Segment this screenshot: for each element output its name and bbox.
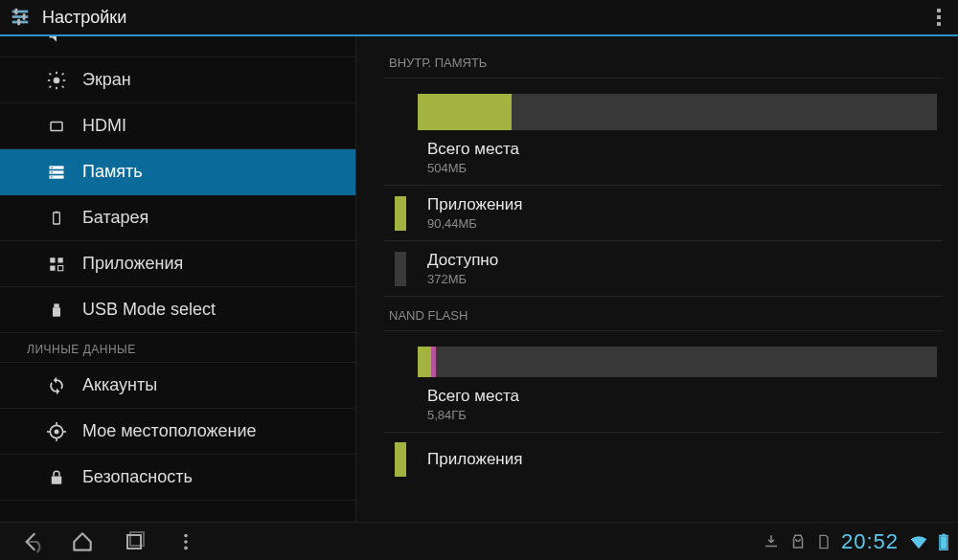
menu-dots-icon[interactable] <box>172 528 199 555</box>
row-value: 372МБ <box>427 272 498 286</box>
sidebar-item-label: Память <box>82 162 143 182</box>
row-label: Всего места <box>427 140 519 159</box>
storage-row-apps[interactable]: Приложения 90,44МБ <box>383 186 943 241</box>
nand-bar-seg-1 <box>431 347 436 377</box>
svg-line-14 <box>62 73 64 75</box>
row-value: 5,84ГБ <box>427 408 519 422</box>
swatch-none <box>395 141 406 175</box>
section-header-internal: ВНУТР. ПАМЯТЬ <box>383 44 943 78</box>
svg-rect-29 <box>53 307 60 316</box>
sidebar-item-label: Безопасность <box>82 467 193 487</box>
swatch-none <box>395 388 406 422</box>
sync-icon <box>46 375 67 396</box>
sidebar-item-usb[interactable]: USB Mode select <box>0 287 355 333</box>
download-complete-icon <box>763 533 780 550</box>
back-icon[interactable] <box>17 528 44 555</box>
hdmi-icon <box>46 116 67 137</box>
sidebar-item-security[interactable]: Безопасность <box>0 455 355 501</box>
sound-icon <box>46 36 67 46</box>
sidebar-item-location[interactable]: Мое местоположение <box>0 409 355 455</box>
home-icon[interactable] <box>69 528 96 555</box>
sidebar-item-storage[interactable]: Память <box>0 149 355 195</box>
brightness-icon <box>46 70 67 91</box>
sidebar-item-label: Батарея <box>82 208 148 228</box>
svg-rect-27 <box>58 265 63 270</box>
svg-point-30 <box>55 429 59 434</box>
storage-row-total[interactable]: Всего места 504МБ <box>383 130 943 186</box>
row-value: 504МБ <box>427 161 519 175</box>
sidebar-item-accounts[interactable]: Аккаунты <box>0 363 355 409</box>
storage-bar-apps-seg <box>418 94 512 130</box>
svg-rect-44 <box>942 533 945 535</box>
store-icon <box>789 533 807 550</box>
content: Звук Экран HDMI Память Батарея <box>0 36 958 522</box>
overflow-menu-icon[interactable] <box>929 3 948 32</box>
svg-point-40 <box>184 540 188 544</box>
nand-bar-seg-0 <box>418 347 431 377</box>
location-icon <box>46 421 67 442</box>
svg-point-6 <box>54 77 60 83</box>
sd-card-icon <box>816 533 832 550</box>
row-label: Всего места <box>427 387 519 406</box>
svg-point-19 <box>51 167 53 168</box>
svg-point-39 <box>184 533 188 537</box>
sidebar-item-apps[interactable]: Приложения <box>0 241 355 287</box>
svg-point-41 <box>184 546 188 549</box>
svg-rect-22 <box>54 213 60 224</box>
settings-icon <box>10 7 31 28</box>
row-value: 90,44МБ <box>427 216 522 231</box>
sidebar-item-label: Аккаунты <box>82 375 157 395</box>
sidebar-item-label: Мое местоположение <box>82 421 257 441</box>
row-label: Приложения <box>427 450 522 469</box>
svg-rect-5 <box>17 19 20 25</box>
svg-rect-1 <box>12 15 29 18</box>
svg-rect-45 <box>941 536 947 549</box>
swatch-available <box>395 252 406 286</box>
svg-rect-42 <box>765 545 777 547</box>
svg-rect-26 <box>50 265 55 270</box>
nand-row-apps[interactable]: Приложения <box>383 433 943 486</box>
svg-rect-3 <box>15 9 18 14</box>
status-tray[interactable] <box>763 533 832 550</box>
svg-line-11 <box>50 73 52 75</box>
svg-line-12 <box>62 85 64 87</box>
storage-bar-internal <box>418 94 937 130</box>
section-header-nand: NAND FLASH <box>383 297 943 331</box>
sidebar-item-label: USB Mode select <box>82 300 216 320</box>
svg-rect-36 <box>52 476 62 483</box>
sidebar: Звук Экран HDMI Память Батарея <box>0 36 356 522</box>
sidebar-item-battery[interactable]: Батарея <box>0 195 355 241</box>
battery-icon <box>46 208 67 229</box>
wifi-icon <box>908 531 929 552</box>
status-clock[interactable]: 20:52 <box>841 529 899 554</box>
row-label: Приложения <box>427 195 522 214</box>
sidebar-item-label: Приложения <box>82 254 183 274</box>
svg-rect-15 <box>51 122 62 130</box>
main-panel: ВНУТР. ПАМЯТЬ Всего места 504МБ Приложен… <box>356 36 958 522</box>
svg-rect-0 <box>12 11 29 13</box>
sidebar-item-label: Экран <box>82 70 131 90</box>
svg-rect-28 <box>54 303 58 307</box>
storage-icon <box>46 162 67 183</box>
usb-icon <box>46 300 67 321</box>
page-title: Настройки <box>42 8 126 28</box>
sidebar-item-sound[interactable]: Звук <box>0 36 355 57</box>
lock-icon <box>46 467 67 488</box>
row-label: Доступно <box>427 251 498 270</box>
storage-bar-nand <box>418 347 937 377</box>
recent-apps-icon[interactable] <box>121 528 148 555</box>
svg-point-21 <box>51 176 53 178</box>
swatch-apps <box>395 442 406 477</box>
storage-row-available[interactable]: Доступно 372МБ <box>383 241 943 297</box>
nand-row-total[interactable]: Всего места 5,84ГБ <box>383 377 943 433</box>
apps-icon <box>46 254 67 275</box>
system-navbar: 20:52 <box>0 522 958 560</box>
svg-point-20 <box>51 171 53 173</box>
svg-rect-23 <box>56 211 58 212</box>
swatch-apps <box>395 196 406 231</box>
titlebar: Настройки <box>0 0 958 36</box>
svg-rect-24 <box>50 258 55 262</box>
svg-rect-4 <box>23 13 26 19</box>
sidebar-item-hdmi[interactable]: HDMI <box>0 103 355 149</box>
sidebar-item-display[interactable]: Экран <box>0 57 355 103</box>
